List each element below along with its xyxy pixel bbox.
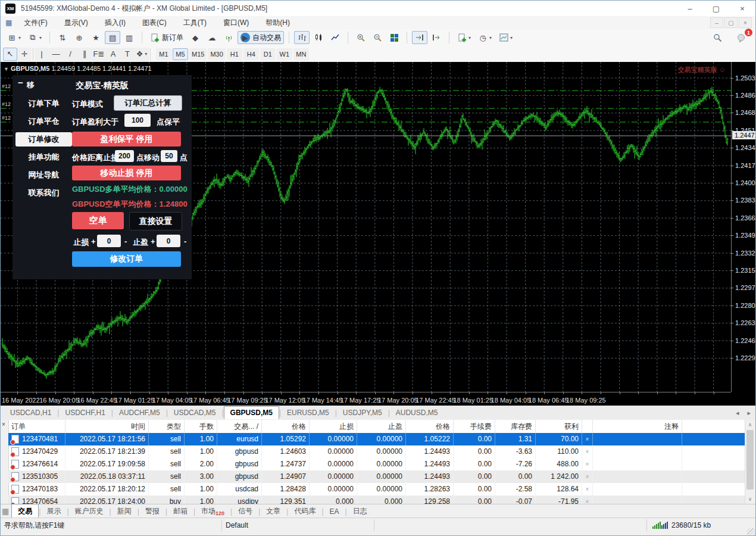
dropdown-arrow[interactable]: ▾	[18, 35, 21, 40]
tab-scroll-right[interactable]: ▸	[747, 409, 751, 417]
timeframe-m15[interactable]: M15	[189, 48, 207, 60]
order-cell-close[interactable]: ×	[582, 458, 593, 470]
dropdown-arrow[interactable]: ▾	[39, 35, 42, 40]
periods-button[interactable]: ◷▾	[475, 31, 495, 44]
order-cell-close[interactable]: ×	[582, 496, 593, 504]
timeframe-mn[interactable]: MN	[293, 48, 309, 60]
timeframe-d1[interactable]: D1	[260, 48, 276, 60]
chart-tab-usdcad-m5[interactable]: USDCAD,M5	[168, 407, 222, 419]
stoploss-input[interactable]: 0	[97, 235, 121, 247]
panel-menu-item-3[interactable]: 挂单功能	[15, 150, 72, 164]
text-label-button[interactable]: T	[120, 48, 135, 61]
panel-menu-item-4[interactable]: 网址导航	[15, 168, 72, 182]
zoom-in-button[interactable]	[353, 31, 368, 44]
line-chart-button[interactable]	[327, 31, 343, 44]
horizontal-line-button[interactable]: —	[49, 48, 63, 61]
arrows-button[interactable]: ❖▾	[135, 48, 149, 61]
order-row[interactable]: 1235103052022.05.18 03:37:11sell3.00gbpu…	[8, 470, 745, 483]
trailing-stop-toggle-button[interactable]: 移动止损 停用	[72, 166, 181, 180]
status-profile[interactable]: Default	[226, 518, 248, 532]
panel-menu-item-1[interactable]: 订单平仓	[15, 114, 72, 129]
signals-button[interactable]	[221, 31, 236, 44]
modify-order-button[interactable]: 修改订单	[72, 251, 181, 267]
trail-distance-input[interactable]: 200	[115, 150, 134, 162]
chart-tab-eurusd-m5[interactable]: EURUSD,M5	[281, 407, 335, 419]
mdi-minimize-icon[interactable]: –	[710, 17, 723, 28]
breakeven-toggle-button[interactable]: 盈利保平 停用	[72, 132, 181, 147]
tab-scroll-left[interactable]: ◂	[736, 409, 739, 417]
column-header-price[interactable]: 价格	[262, 420, 310, 433]
panel-menu-item-0[interactable]: 订单下单	[15, 96, 72, 111]
timeframe-m1[interactable]: M1	[156, 48, 171, 60]
order-row[interactable]: 1234704292022.05.17 18:21:39sell1.00gbpu…	[8, 445, 745, 458]
dropdown-arrow[interactable]: ▾	[468, 35, 471, 40]
chart-tab-audusd-m5[interactable]: AUDUSD,M5	[390, 407, 444, 419]
chart-tab-audchf-m5[interactable]: AUDCHF,M5	[113, 407, 166, 419]
scroll-down[interactable]: ∨	[745, 494, 755, 504]
scroll-up[interactable]: ∧	[745, 420, 755, 429]
dropdown-arrow[interactable]: ▾	[510, 35, 513, 40]
timeframe-m5[interactable]: M5	[173, 48, 188, 60]
crosshair-button[interactable]: ⊕	[71, 31, 87, 44]
chart-tab-usdcad-h1[interactable]: USDCAD,H1	[4, 407, 57, 419]
terminal-tab-6[interactable]: 市场120	[195, 504, 230, 518]
direct-set-button[interactable]: 直接设置	[129, 212, 182, 230]
stoploss-plus[interactable]: +	[91, 237, 96, 246]
timeframe-h4[interactable]: H4	[243, 48, 259, 60]
order-row[interactable]: 1234704812022.05.17 18:21:56sell1.00euru…	[8, 433, 745, 445]
order-cell-close[interactable]: ×	[582, 433, 593, 445]
profit-threshold-input[interactable]: 100	[124, 114, 151, 127]
orders-table-scrollbar[interactable]: ∧ ∨	[745, 420, 755, 504]
chart-area[interactable]: ▼ GBPUSD,M5 1.24459 1.24485 1.24441 1.24…	[1, 62, 756, 406]
data-window-button[interactable]: ▥	[121, 31, 137, 44]
takeprofit-input[interactable]: 0	[157, 235, 180, 247]
profiles-button[interactable]: ⧉▾	[25, 31, 45, 44]
text-button[interactable]: A	[106, 48, 120, 61]
timeframe-h1[interactable]: H1	[227, 48, 242, 60]
channel-button[interactable]: ∥	[77, 48, 92, 61]
menu-item-6[interactable]: 帮助(H)	[257, 17, 298, 29]
terminal-tab-0[interactable]: 交易	[11, 504, 39, 519]
column-header-commission[interactable]: 手续费	[454, 420, 495, 433]
terminal-windows-icon[interactable]: ▦	[2, 507, 9, 516]
chart-shift-button[interactable]	[429, 31, 444, 44]
menu-item-2[interactable]: 插入(I)	[96, 17, 134, 29]
search-button[interactable]	[710, 31, 725, 44]
menu-item-4[interactable]: 工具(T)	[175, 17, 215, 29]
maximize-icon[interactable]: ▢	[703, 1, 729, 16]
crosshair-tool-button[interactable]: ✛	[17, 48, 32, 61]
new-chart-button[interactable]: ⊞▾	[4, 31, 24, 44]
community-button[interactable]: ☁	[204, 31, 220, 44]
trail-step-input[interactable]: 50	[161, 150, 177, 162]
terminal-tab-2[interactable]: 账户历史	[69, 504, 110, 518]
terminal-close-icon[interactable]: ×	[2, 421, 5, 428]
terminal-tab-10[interactable]: EA	[324, 506, 345, 518]
chart-tab-usdjpy-m5[interactable]: USDJPY,M5	[337, 407, 388, 419]
menu-item-0[interactable]: 文件(F)	[15, 17, 55, 29]
stoploss-minus[interactable]: -	[124, 237, 127, 246]
order-cell-close[interactable]: ×	[582, 483, 593, 496]
depth-of-market-button[interactable]: ◆	[188, 31, 203, 44]
column-header-price2[interactable]: 价格	[406, 420, 454, 433]
timeframe-m30[interactable]: M30	[208, 48, 225, 60]
panel-menu-item-5[interactable]: 联系我们	[15, 186, 72, 200]
new-order-button[interactable]: 新订单	[147, 31, 186, 44]
terminal-tab-4[interactable]: 警报	[139, 504, 165, 518]
order-summary-button[interactable]: 订单汇总计算	[114, 95, 182, 111]
close-icon[interactable]: ×	[729, 1, 755, 16]
sell-orders-button[interactable]: 空单	[72, 212, 124, 229]
auto-scroll-button[interactable]	[412, 31, 427, 44]
terminal-tab-3[interactable]: 新闻	[111, 504, 138, 518]
terminal-tab-8[interactable]: 文章	[260, 504, 286, 518]
templates-button[interactable]: ▾	[496, 31, 516, 44]
candlestick-chart-button[interactable]	[311, 31, 326, 44]
chart-tab-usdchf-h1[interactable]: USDCHF,H1	[59, 407, 111, 419]
order-row[interactable]: 1234701832022.05.17 18:20:12sell1.00usdc…	[8, 483, 745, 496]
autotrading-button[interactable]: ▶自动交易	[238, 31, 284, 44]
vertical-line-button[interactable]: |	[35, 48, 49, 61]
order-cell-close[interactable]: ×	[582, 470, 593, 483]
trendline-button[interactable]: /	[63, 48, 77, 61]
dropdown-arrow[interactable]: ▾	[145, 51, 147, 57]
timeframe-w1[interactable]: W1	[277, 48, 292, 60]
menu-item-1[interactable]: 显示(V)	[56, 17, 96, 29]
